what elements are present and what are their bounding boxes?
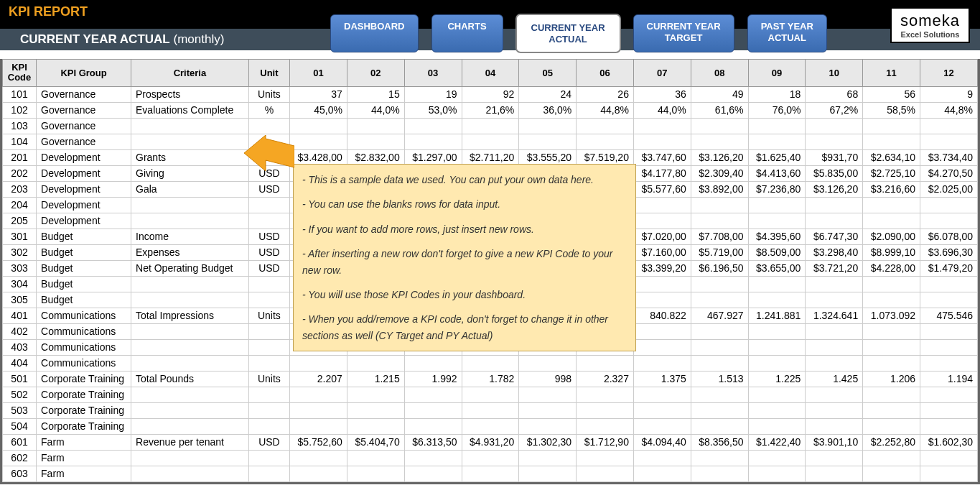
cell[interactable]: $5.577,60 [633, 181, 691, 197]
cell[interactable] [691, 197, 748, 213]
cell[interactable] [806, 213, 863, 229]
cell[interactable]: Total Pounds [131, 371, 249, 387]
cell[interactable]: Revenue per tenant [131, 434, 249, 450]
cell[interactable] [806, 276, 863, 292]
cell[interactable] [863, 323, 920, 339]
cell[interactable]: $1.422,40 [748, 434, 806, 450]
cell[interactable]: $4.228,00 [863, 260, 920, 276]
cell[interactable]: USD [248, 229, 289, 244]
cell[interactable] [633, 418, 691, 434]
cell[interactable]: 603 [3, 466, 37, 481]
cell[interactable] [131, 323, 249, 339]
cell[interactable]: 61,6% [691, 102, 748, 118]
cell[interactable] [691, 292, 748, 308]
cell[interactable]: $4.931,20 [462, 434, 519, 450]
cell[interactable] [519, 387, 577, 402]
cell[interactable]: Gala [131, 181, 249, 197]
cell[interactable]: $2.252,80 [863, 434, 920, 450]
cell[interactable]: 204 [3, 197, 37, 213]
cell[interactable]: Governance [37, 102, 131, 118]
cell[interactable]: 24 [519, 86, 577, 102]
cell[interactable] [404, 355, 462, 371]
cell[interactable] [577, 118, 634, 134]
cell[interactable]: $2.090,00 [863, 229, 920, 244]
table-row[interactable]: 104Governance [3, 134, 978, 149]
cell[interactable]: $1.602,30 [920, 434, 978, 450]
cell[interactable] [920, 387, 978, 402]
cell[interactable]: 1.992 [404, 371, 462, 387]
cell[interactable]: Prospects [131, 86, 249, 102]
cell[interactable]: 467.927 [691, 308, 748, 323]
cell[interactable] [462, 450, 519, 466]
cell[interactable] [691, 213, 748, 229]
cell[interactable] [347, 402, 404, 418]
cell[interactable]: $7.708,00 [691, 229, 748, 244]
cell[interactable]: USD [248, 244, 289, 260]
cell[interactable]: Development [37, 197, 131, 213]
cell[interactable] [347, 387, 404, 402]
table-row[interactable]: 501Corporate TrainingTotal PoundsUnits2.… [3, 371, 978, 387]
cell[interactable] [920, 323, 978, 339]
cell[interactable] [248, 323, 289, 339]
cell[interactable]: 76,0% [748, 102, 806, 118]
cell[interactable] [691, 418, 748, 434]
cell[interactable] [248, 292, 289, 308]
cell[interactable]: Corporate Training [37, 387, 131, 402]
cell[interactable] [863, 118, 920, 134]
cell[interactable]: Development [37, 181, 131, 197]
cell[interactable] [691, 450, 748, 466]
cell[interactable] [920, 197, 978, 213]
cell[interactable] [806, 466, 863, 481]
cell[interactable]: $931,70 [806, 149, 863, 165]
cell[interactable] [633, 134, 691, 149]
cell[interactable]: Governance [37, 86, 131, 102]
cell[interactable] [248, 118, 289, 134]
cell[interactable] [633, 276, 691, 292]
cell[interactable]: 53,0% [404, 102, 462, 118]
tab-past-year-actual[interactable]: PAST YEARACTUAL [747, 14, 827, 52]
cell[interactable]: 401 [3, 308, 37, 323]
cell[interactable]: Communications [37, 355, 131, 371]
cell[interactable]: 1.225 [748, 371, 806, 387]
cell[interactable]: $1.712,90 [577, 434, 634, 450]
cell[interactable] [131, 197, 249, 213]
cell[interactable] [131, 355, 249, 371]
cell[interactable]: $3.747,60 [633, 149, 691, 165]
cell[interactable]: 18 [748, 86, 806, 102]
cell[interactable] [633, 118, 691, 134]
cell[interactable]: 102 [3, 102, 37, 118]
cell[interactable] [347, 134, 404, 149]
cell[interactable]: $6.313,50 [404, 434, 462, 450]
cell[interactable] [748, 355, 806, 371]
cell[interactable] [290, 134, 347, 149]
cell[interactable] [633, 402, 691, 418]
cell[interactable] [290, 402, 347, 418]
table-row[interactable]: 504Corporate Training [3, 418, 978, 434]
cell[interactable] [863, 134, 920, 149]
cell[interactable] [920, 450, 978, 466]
cell[interactable] [462, 466, 519, 481]
cell[interactable]: Development [37, 213, 131, 229]
cell[interactable]: $2.832,00 [347, 149, 404, 165]
cell[interactable] [131, 418, 249, 434]
cell[interactable]: 68 [806, 86, 863, 102]
cell[interactable]: Giving [131, 165, 249, 181]
cell[interactable] [748, 339, 806, 355]
cell[interactable]: USD [248, 181, 289, 197]
cell[interactable]: 201 [3, 149, 37, 165]
cell[interactable] [863, 387, 920, 402]
cell[interactable]: % [248, 102, 289, 118]
cell[interactable] [691, 276, 748, 292]
cell[interactable]: 103 [3, 118, 37, 134]
cell[interactable]: 1.073.092 [863, 308, 920, 323]
cell[interactable] [633, 323, 691, 339]
cell[interactable] [519, 466, 577, 481]
cell[interactable] [863, 355, 920, 371]
cell[interactable]: $3.216,60 [863, 181, 920, 197]
cell[interactable] [691, 118, 748, 134]
cell[interactable]: 44,8% [920, 102, 978, 118]
cell[interactable] [633, 466, 691, 481]
cell[interactable] [863, 276, 920, 292]
cell[interactable]: $2.725,10 [863, 165, 920, 181]
cell[interactable] [691, 339, 748, 355]
